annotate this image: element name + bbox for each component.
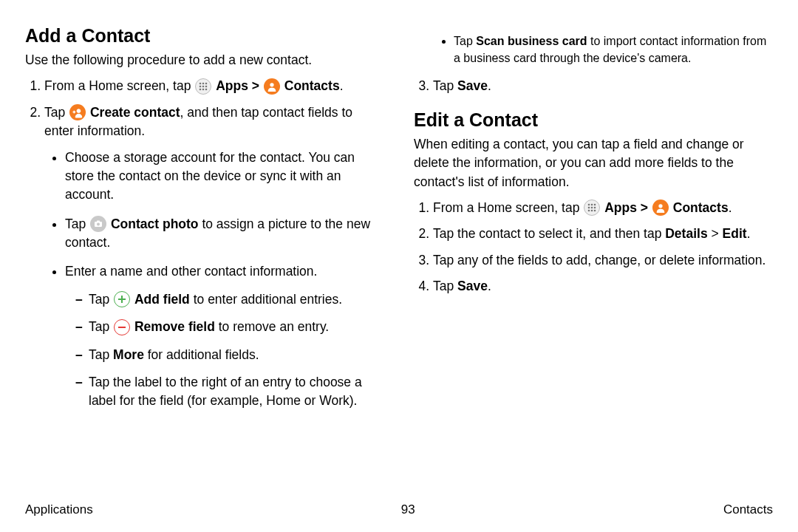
svg-point-8 bbox=[205, 88, 208, 90]
apps-icon bbox=[195, 78, 211, 95]
text: to remove an entry. bbox=[215, 319, 329, 334]
edit-step-1: From a Home screen, tap Apps > Contacts. bbox=[433, 199, 773, 217]
text: Tap the contact to select it, and then t… bbox=[433, 226, 665, 241]
text: From a Home screen, tap bbox=[433, 200, 583, 215]
svg-point-5 bbox=[205, 85, 208, 87]
step2-bullets-cont: Tap Scan business card to import contact… bbox=[414, 33, 773, 66]
step-3-save: Tap Save. bbox=[433, 77, 773, 95]
footer-page-number: 93 bbox=[401, 502, 415, 517]
dash-add-field: Tap Add field to enter additional entrie… bbox=[75, 290, 384, 309]
save-label: Save bbox=[457, 279, 488, 293]
heading-add-contact: Add a Contact bbox=[25, 25, 384, 47]
svg-point-6 bbox=[200, 88, 202, 90]
text: . bbox=[488, 78, 491, 93]
camera-icon bbox=[90, 216, 106, 232]
svg-point-15 bbox=[97, 223, 100, 226]
svg-point-9 bbox=[270, 83, 273, 86]
text: . bbox=[488, 279, 491, 293]
svg-point-19 bbox=[588, 207, 590, 209]
svg-point-22 bbox=[588, 210, 590, 212]
edit-step-4: Tap Save. bbox=[433, 277, 773, 296]
svg-point-3 bbox=[200, 85, 202, 87]
edit-step-2: Tap the contact to select it, and then t… bbox=[433, 225, 773, 243]
text: From a Home screen, tap bbox=[44, 78, 194, 93]
text: . bbox=[729, 200, 732, 215]
svg-point-0 bbox=[200, 82, 202, 84]
footer-left: Applications bbox=[25, 502, 93, 517]
arrow: > bbox=[252, 78, 263, 93]
step-1: From a Home screen, tap Apps > Contacts. bbox=[44, 77, 384, 95]
text: Enter a name and other contact informati… bbox=[65, 264, 317, 279]
svg-rect-14 bbox=[97, 221, 100, 222]
details-label: Details bbox=[665, 226, 707, 241]
text: Tap bbox=[89, 347, 113, 362]
svg-point-25 bbox=[658, 204, 662, 208]
contacts-label: Contacts bbox=[673, 200, 729, 215]
text: . bbox=[340, 78, 344, 93]
text: to enter additional entries. bbox=[190, 292, 342, 307]
svg-point-7 bbox=[202, 88, 205, 90]
more-label: More bbox=[113, 347, 144, 362]
scan-card-label: Scan business card bbox=[476, 35, 587, 47]
dash-list: Tap Add field to enter additional entrie… bbox=[65, 290, 384, 411]
content-columns: Add a Contact Use the following procedur… bbox=[25, 25, 773, 498]
text: for additional fields. bbox=[144, 347, 259, 362]
svg-point-17 bbox=[591, 204, 593, 206]
bullet-enter-name: Enter a name and other contact informati… bbox=[65, 262, 384, 410]
add-contact-steps-cont: Tap Save. bbox=[414, 77, 773, 95]
svg-point-16 bbox=[588, 204, 590, 206]
bullet-photo: Tap Contact photo to assign a picture to… bbox=[65, 215, 384, 253]
footer-right: Contacts bbox=[723, 502, 773, 517]
heading-edit-contact: Edit a Contact bbox=[414, 109, 773, 131]
edit-contact-steps: From a Home screen, tap Apps > Contacts.… bbox=[414, 199, 773, 296]
svg-point-2 bbox=[205, 82, 208, 84]
edit-label: Edit bbox=[723, 226, 747, 241]
text: Tap bbox=[433, 279, 457, 293]
contacts-icon bbox=[264, 78, 280, 95]
step2-bullets: Choose a storage account for the contact… bbox=[44, 149, 384, 411]
bullet-scan-card: Tap Scan business card to import contact… bbox=[454, 33, 773, 66]
svg-point-18 bbox=[594, 204, 596, 206]
text: Tap bbox=[44, 105, 69, 120]
intro-add-contact: Use the following procedure to add a new… bbox=[25, 51, 384, 69]
contact-photo-label: Contact photo bbox=[111, 216, 199, 231]
save-label: Save bbox=[457, 78, 488, 93]
apps-label: Apps bbox=[216, 78, 248, 93]
dash-label: Tap the label to the right of an entry t… bbox=[75, 373, 384, 411]
add-field-label: Add field bbox=[134, 292, 190, 307]
text: . bbox=[747, 226, 751, 241]
svg-point-10 bbox=[77, 109, 81, 112]
apps-icon bbox=[584, 200, 600, 216]
add-field-icon bbox=[114, 291, 130, 307]
text: Tap bbox=[454, 35, 476, 47]
intro-edit-contact: When editing a contact, you can tap a fi… bbox=[414, 135, 773, 191]
step-2: Tap Create contact, and then tap contact… bbox=[44, 103, 384, 411]
create-contact-icon bbox=[69, 104, 86, 120]
arrow: > bbox=[708, 226, 723, 241]
arrow: > bbox=[641, 200, 652, 215]
contacts-label: Contacts bbox=[284, 78, 340, 93]
text: Tap bbox=[65, 216, 89, 231]
create-contact-label: Create contact bbox=[90, 105, 180, 120]
svg-point-23 bbox=[591, 210, 593, 212]
svg-point-20 bbox=[591, 207, 593, 209]
dash-more: Tap More for additional fields. bbox=[75, 346, 384, 364]
text: Tap bbox=[433, 78, 457, 93]
remove-field-label: Remove field bbox=[134, 319, 215, 334]
svg-point-24 bbox=[594, 210, 596, 212]
contacts-icon bbox=[652, 200, 669, 216]
page-footer: Applications 93 Contacts bbox=[25, 502, 773, 517]
edit-step-3: Tap any of the fields to add, change, or… bbox=[433, 251, 773, 270]
svg-point-21 bbox=[594, 207, 596, 209]
bullet-storage: Choose a storage account for the contact… bbox=[65, 149, 384, 205]
svg-point-4 bbox=[202, 85, 205, 87]
apps-label: Apps bbox=[604, 200, 637, 215]
dash-remove-field: Tap Remove field to remove an entry. bbox=[75, 318, 384, 336]
add-contact-steps: From a Home screen, tap Apps > Contacts.… bbox=[25, 77, 384, 410]
svg-point-1 bbox=[202, 82, 205, 84]
text: Tap bbox=[89, 319, 113, 334]
remove-field-icon bbox=[114, 319, 130, 335]
text: Tap bbox=[89, 292, 113, 307]
